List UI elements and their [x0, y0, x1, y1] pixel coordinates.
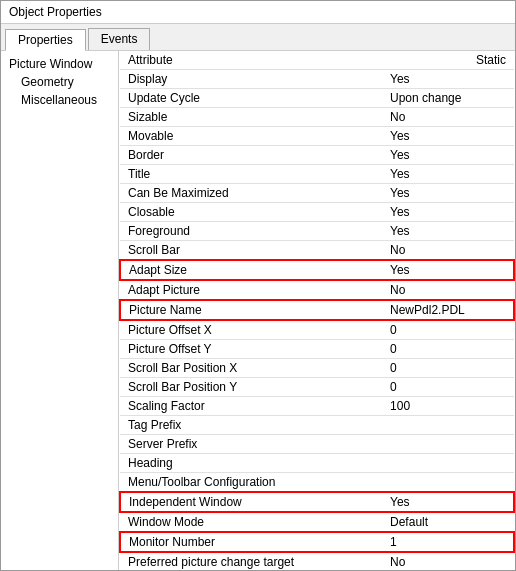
attribute-value[interactable]: Yes [382, 260, 514, 280]
attribute-value[interactable]: Yes [382, 203, 514, 222]
attribute-value[interactable]: Default [382, 512, 514, 532]
attribute-label: Update Cycle [120, 89, 382, 108]
attribute-value[interactable]: No [382, 552, 514, 570]
attribute-label: Monitor Number [120, 532, 382, 552]
tab-bar: Properties Events [1, 24, 515, 51]
attribute-value[interactable] [382, 473, 514, 493]
window-title: Object Properties [9, 5, 102, 19]
attribute-label: Window Mode [120, 512, 382, 532]
attribute-label: Scroll Bar [120, 241, 382, 261]
attribute-value[interactable]: 100 [382, 397, 514, 416]
attribute-label: Picture Offset X [120, 320, 382, 340]
attribute-value[interactable]: Upon change [382, 89, 514, 108]
attribute-label: Independent Window [120, 492, 382, 512]
attribute-value[interactable] [382, 435, 514, 454]
attribute-label: Closable [120, 203, 382, 222]
attribute-value[interactable] [382, 416, 514, 435]
attribute-label: Scroll Bar Position X [120, 359, 382, 378]
col-static: Static [382, 51, 514, 70]
attribute-value[interactable]: Yes [382, 184, 514, 203]
tab-events[interactable]: Events [88, 28, 151, 50]
attribute-value[interactable]: 0 [382, 320, 514, 340]
attribute-label: Preferred picture change target [120, 552, 382, 570]
attribute-label: Heading [120, 454, 382, 473]
attribute-value[interactable] [382, 454, 514, 473]
attribute-value[interactable]: 0 [382, 378, 514, 397]
col-attribute: Attribute [120, 51, 382, 70]
attribute-label: Scroll Bar Position Y [120, 378, 382, 397]
attribute-value[interactable]: No [382, 241, 514, 261]
object-properties-window: Object Properties Properties Events Pict… [0, 0, 516, 571]
properties-table: Attribute Static DisplayYesUpdate CycleU… [119, 51, 515, 570]
sidebar-item-geometry[interactable]: Geometry [1, 73, 118, 91]
attribute-label: Menu/Toolbar Configuration [120, 473, 382, 493]
attribute-value[interactable]: No [382, 108, 514, 127]
attribute-value[interactable]: Yes [382, 492, 514, 512]
attribute-label: Scaling Factor [120, 397, 382, 416]
sidebar: Picture Window Geometry Miscellaneous [1, 51, 119, 570]
attribute-label: Title [120, 165, 382, 184]
attribute-value[interactable]: Yes [382, 70, 514, 89]
tab-properties[interactable]: Properties [5, 29, 86, 51]
properties-panel: Attribute Static DisplayYesUpdate CycleU… [119, 51, 515, 570]
attribute-label: Movable [120, 127, 382, 146]
main-content: Picture Window Geometry Miscellaneous At… [1, 51, 515, 570]
attribute-label: Display [120, 70, 382, 89]
sidebar-item-miscellaneous[interactable]: Miscellaneous [1, 91, 118, 109]
attribute-value[interactable]: 1 [382, 532, 514, 552]
attribute-label: Border [120, 146, 382, 165]
attribute-label: Foreground [120, 222, 382, 241]
attribute-label: Sizable [120, 108, 382, 127]
attribute-value[interactable]: Yes [382, 222, 514, 241]
attribute-value[interactable]: 0 [382, 359, 514, 378]
attribute-value[interactable]: Yes [382, 165, 514, 184]
attribute-value[interactable]: Yes [382, 127, 514, 146]
attribute-value[interactable]: No [382, 280, 514, 300]
attribute-value[interactable]: 0 [382, 340, 514, 359]
attribute-label: Picture Offset Y [120, 340, 382, 359]
attribute-value[interactable]: NewPdl2.PDL [382, 300, 514, 320]
attribute-label: Server Prefix [120, 435, 382, 454]
attribute-label: Adapt Size [120, 260, 382, 280]
sidebar-item-picture-window[interactable]: Picture Window [1, 55, 118, 73]
attribute-label: Picture Name [120, 300, 382, 320]
attribute-label: Tag Prefix [120, 416, 382, 435]
attribute-label: Can Be Maximized [120, 184, 382, 203]
attribute-label: Adapt Picture [120, 280, 382, 300]
title-bar: Object Properties [1, 1, 515, 24]
attribute-value[interactable]: Yes [382, 146, 514, 165]
